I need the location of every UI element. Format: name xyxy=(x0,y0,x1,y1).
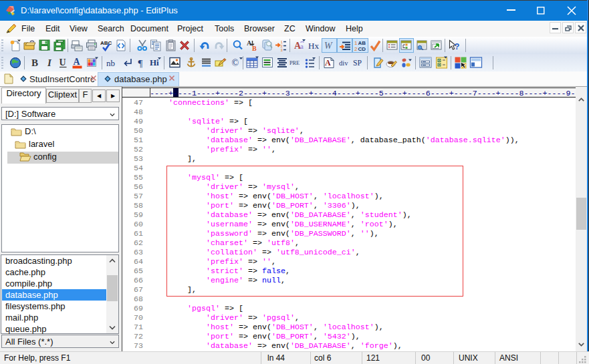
svg-text:2: 2 xyxy=(354,46,358,51)
svg-text:PRE: PRE xyxy=(289,60,300,66)
svg-text:B: B xyxy=(252,45,257,51)
svg-text:A: A xyxy=(74,57,81,67)
svg-text:1: 1 xyxy=(354,40,358,46)
svg-text:AB: AB xyxy=(358,40,366,46)
svg-text:ABC: ABC xyxy=(100,40,112,46)
svg-text:©: © xyxy=(232,58,239,68)
svg-text:U: U xyxy=(60,57,66,67)
svg-text:nb: nb xyxy=(106,58,115,68)
svg-text:SP: SP xyxy=(353,59,362,67)
svg-text:W: W xyxy=(324,41,333,51)
svg-text:CD: CD xyxy=(358,46,366,51)
svg-text:B: B xyxy=(31,57,38,68)
svg-text:A: A xyxy=(325,58,331,67)
svg-text:Hx: Hx xyxy=(308,41,319,51)
svg-text:¶: ¶ xyxy=(138,58,143,69)
svg-text:?: ? xyxy=(455,41,460,51)
svg-text:a: a xyxy=(300,42,304,50)
svg-text:Hi: Hi xyxy=(150,57,159,67)
svg-text:I: I xyxy=(47,57,52,68)
svg-text:3: 3 xyxy=(281,48,283,51)
svg-text:A: A xyxy=(247,39,252,47)
svg-text:div: div xyxy=(339,59,348,67)
